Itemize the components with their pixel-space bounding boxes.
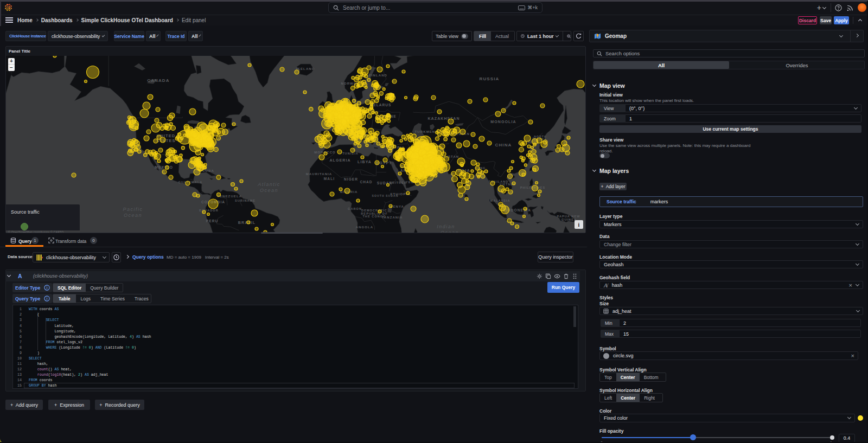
- svg-text:MAURITANIA: MAURITANIA: [306, 172, 333, 176]
- svg-text:ICELAND: ICELAND: [296, 67, 315, 70]
- svg-text:CUBA: CUBA: [202, 169, 214, 172]
- svg-text:LIBYA: LIBYA: [358, 160, 372, 164]
- svg-text:Indian: Indian: [437, 224, 455, 229]
- svg-text:Ocean: Ocean: [441, 230, 459, 233]
- svg-text:MALI: MALI: [324, 177, 335, 181]
- svg-text:INDONESIA: INDONESIA: [506, 208, 531, 212]
- svg-text:RUSSIA: RUSSIA: [480, 76, 500, 81]
- svg-text:ANGOLA: ANGOLA: [356, 226, 374, 229]
- svg-text:SOUTH SUDAN: SOUTH SUDAN: [372, 194, 399, 197]
- svg-text:ALGERIA: ALGERIA: [329, 158, 350, 162]
- svg-text:TUNISIA: TUNISIA: [342, 152, 359, 155]
- svg-text:CANADA: CANADA: [147, 78, 169, 83]
- svg-text:Atlantic: Atlantic: [257, 182, 280, 187]
- svg-text:GUATEMALA: GUATEMALA: [178, 181, 203, 184]
- svg-text:NIGER: NIGER: [344, 177, 358, 181]
- svg-text:Ocean: Ocean: [124, 213, 142, 218]
- svg-text:MEXICO: MEXICO: [155, 165, 173, 169]
- svg-text:FINLAND: FINLAND: [369, 74, 387, 77]
- svg-text:TANZANIA: TANZANIA: [381, 216, 403, 219]
- svg-text:Pacific: Pacific: [123, 207, 143, 212]
- svg-text:Ocean: Ocean: [260, 188, 278, 193]
- svg-text:CHAD: CHAD: [360, 180, 372, 184]
- svg-text:GABON: GABON: [348, 207, 362, 210]
- svg-text:MONGOLIA: MONGOLIA: [490, 120, 516, 124]
- svg-text:PERU: PERU: [206, 219, 218, 223]
- svg-text:CHINA: CHINA: [495, 143, 512, 147]
- svg-text:ERITREA: ERITREA: [390, 181, 407, 184]
- svg-text:MALAYSIA: MALAYSIA: [490, 199, 510, 202]
- svg-text:SURINAME: SURINAME: [235, 199, 256, 202]
- svg-text:KAZAKHSTAN: KAZAKHSTAN: [427, 117, 459, 120]
